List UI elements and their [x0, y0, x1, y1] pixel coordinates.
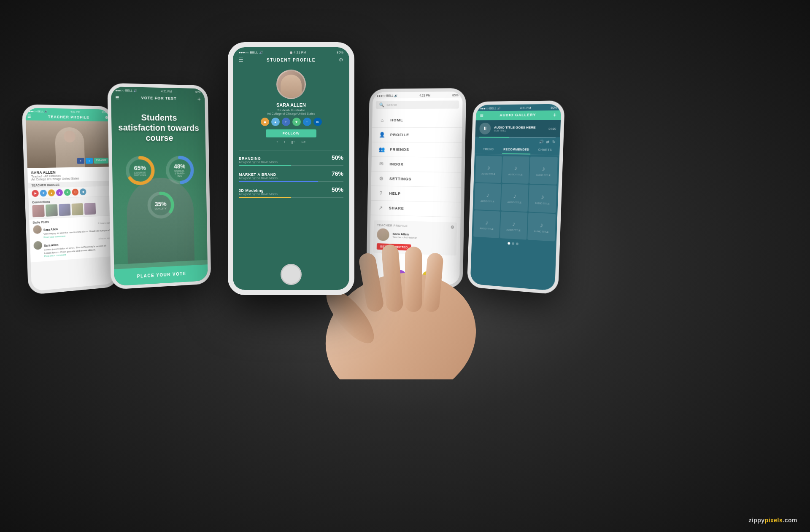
p4-menu-label: SHARE [389, 206, 404, 211]
p5-add-icon[interactable]: + [553, 111, 557, 118]
p5-music-icon: ♪ [540, 221, 543, 229]
p5-audio-title: AUDIO TITLE [534, 230, 549, 233]
p2-add-icon[interactable]: + [197, 96, 201, 102]
p5-music-icon: ♪ [541, 193, 545, 201]
p5-shuffle-icon[interactable]: ⇌ [546, 140, 550, 144]
p1-follow-btn[interactable]: FOLLOW [94, 158, 108, 164]
p1-post-author: Sara Allen [44, 243, 58, 247]
p5-audio-title: AUDIO TITLE [508, 173, 523, 176]
pc-social-link-g[interactable]: g+ [291, 140, 295, 144]
pc-course-sub: Assigned by: Sir David Martin [239, 161, 278, 164]
p1-post-author: Sara Allen [43, 228, 58, 231]
p5-grid-item[interactable]: ♪AUDIO TITLE [475, 156, 502, 183]
p4-menu-home[interactable]: ⌂ HOME [372, 113, 462, 128]
p2-status-time: 4:21 PM [161, 90, 172, 94]
p1-badge: ▶ [32, 190, 39, 197]
p2-status-battery: 80% [195, 91, 201, 94]
watermark: zippypixels.com [748, 517, 797, 524]
p5-now-playing-title: AUDIO TITLE GOES HERE [494, 125, 545, 129]
p1-post-item: Sara Allen2 hours ago Very happy to see … [33, 221, 111, 239]
p5-pagination-dot[interactable] [512, 242, 514, 245]
pc-course-3d: 3D Modeling Assigned by: Sir David Marti… [239, 186, 343, 198]
p2-chart-outline: 65% COURSEOUTLINE [123, 153, 157, 188]
phone-student-profile: ●●●○○ BELL 🔊 4:21 PM 85% ☰ STUDENT PROFI… [228, 42, 354, 295]
p5-audio-title: AUDIO TITLE [481, 199, 494, 202]
p4-status-carrier: ●●●○○ BELL 🔊 [377, 94, 398, 97]
p5-grid-item[interactable]: ♪AUDIO TITLE [527, 212, 556, 241]
p2-chart-quality: 35% QUALITY [145, 189, 177, 221]
p4-search-icon: 🔍 [379, 102, 384, 107]
p5-grid-item[interactable]: ♪AUDIO TITLE [529, 156, 558, 184]
pc-menu-icon[interactable]: ☰ [239, 57, 243, 63]
p1-badge: ✦ [64, 189, 71, 196]
p4-status-battery: 85% [452, 94, 458, 97]
p2-status-carrier: ●●●○○ BELL 🔊 [115, 89, 137, 93]
pc-course-name: 3D Modeling [239, 188, 278, 193]
p4-menu-profile[interactable]: 👤 PROFILE [372, 128, 462, 143]
p4-menu-items: ⌂ HOME 👤 PROFILE 👥 FRIENDS ✉ INBOX ⚙ [370, 111, 462, 219]
p5-tab-trend[interactable]: TREND [475, 145, 502, 154]
p5-tab-charts[interactable]: CHARTS [530, 145, 560, 155]
p5-tab-recommended[interactable]: RECOMMENDED [502, 145, 531, 155]
p1-badge: ★ [40, 190, 47, 197]
p1-status-time: 4:21 PM [70, 110, 80, 113]
p5-grid-item[interactable]: ♪AUDIO TITLE [528, 185, 556, 213]
p4-menu-label: SETTINGS [389, 177, 412, 181]
pc-avatar [276, 70, 306, 99]
p5-grid-item[interactable]: ♪AUDIO TITLE [501, 184, 529, 212]
pc-social-icon-3[interactable]: f [282, 118, 290, 126]
p4-friends-icon: 👥 [378, 146, 385, 153]
pc-social-link-fb[interactable]: f [277, 140, 278, 144]
p4-search-placeholder: Search [386, 103, 456, 107]
p1-status-carrier: ●●●○○ BELL 🔊 [29, 110, 47, 113]
phone-vote-for-test: ●●●○○ BELL 🔊 4:21 PM 80% ☰ VOTE FOR TEST… [107, 83, 211, 290]
pc-social-icon-2[interactable]: ▲ [271, 118, 280, 126]
p5-now-playing-time: 04:10 [548, 127, 556, 130]
p1-badge: ⬡ [72, 189, 78, 196]
pc-status-battery: 85% [337, 51, 343, 54]
pc-course-pct: 76% [332, 170, 343, 177]
p1-post-item: Sara Allen3 hours ago Lorem ipsum dolor … [33, 236, 111, 258]
p5-play-button[interactable]: ⏸ [479, 123, 491, 134]
p5-menu-icon[interactable]: ☰ [480, 113, 483, 118]
p4-menu-settings[interactable]: ⚙ SETTINGS [371, 172, 462, 188]
p4-menu-help[interactable]: ? HELP [371, 186, 461, 202]
p5-pagination-dot[interactable] [516, 242, 518, 245]
pc-course-branding: BRANDING Assigned by: Sir David Martin 5… [239, 154, 343, 166]
p5-status-time: 4:21 PM [520, 106, 531, 110]
p4-menu-inbox[interactable]: ✉ INBOX [371, 157, 462, 172]
pc-title-text: STUDENT PROFILE [267, 58, 316, 62]
p4-menu-label: INBOX [390, 162, 404, 166]
p5-grid-item[interactable]: ♪AUDIO TITLE [474, 183, 501, 210]
p2-title-text: VOTE FOR TEST [141, 96, 177, 101]
p5-audio-title: AUDIO TITLE [508, 201, 522, 204]
pc-gear-icon[interactable]: ⚙ [339, 57, 343, 63]
p5-now-playing: ⏸ AUDIO TITLE GOES HERE SUB TITLE 04:10 [475, 120, 561, 137]
p1-title-text: TEACHER PROFILE [48, 115, 89, 120]
pc-social-link-be[interactable]: Be [301, 140, 305, 144]
p4-profile-icon: 👤 [378, 132, 385, 138]
p4-search-bar[interactable]: 🔍 Search [376, 100, 459, 109]
pc-social-link-tw[interactable]: t [284, 140, 285, 144]
p5-pagination-dot[interactable] [508, 242, 510, 245]
p4-menu-friends[interactable]: 👥 FRIENDS [372, 142, 462, 158]
p1-menu-icon[interactable]: ☰ [27, 114, 32, 118]
p1-facebook-btn[interactable]: f [77, 158, 84, 164]
pc-social-icon-4[interactable]: ★ [292, 118, 301, 126]
p2-menu-icon[interactable]: ☰ [115, 95, 119, 99]
p5-grid-item[interactable]: ♪AUDIO TITLE [502, 156, 529, 184]
pc-social-icon-5[interactable]: t [303, 118, 311, 126]
p5-audio-title: AUDIO TITLE [536, 174, 551, 177]
pc-course-sub: Assigned by: Sir David Martin [239, 193, 278, 196]
p5-music-icon: ♪ [514, 164, 518, 172]
p5-repeat-icon[interactable]: ↻ [552, 140, 556, 144]
watermark-accent: pixels [765, 517, 783, 524]
pc-follow-button[interactable]: FOLLOW [266, 129, 317, 137]
phone-teacher-profile: ●●●○○ BELL 🔊 4:21 PM 85% ☰ TEACHER PROFI… [22, 104, 119, 295]
pc-social-icon-6[interactable]: in [313, 118, 322, 126]
p5-volume-icon[interactable]: 🔊 [539, 140, 543, 144]
p5-progress-bar [479, 137, 556, 138]
pc-social-icon-1[interactable]: ◆ [261, 118, 269, 126]
p1-twitter-btn[interactable]: t [86, 158, 93, 164]
pc-course-sub: Assigned by: Sir David Martin [239, 177, 278, 180]
